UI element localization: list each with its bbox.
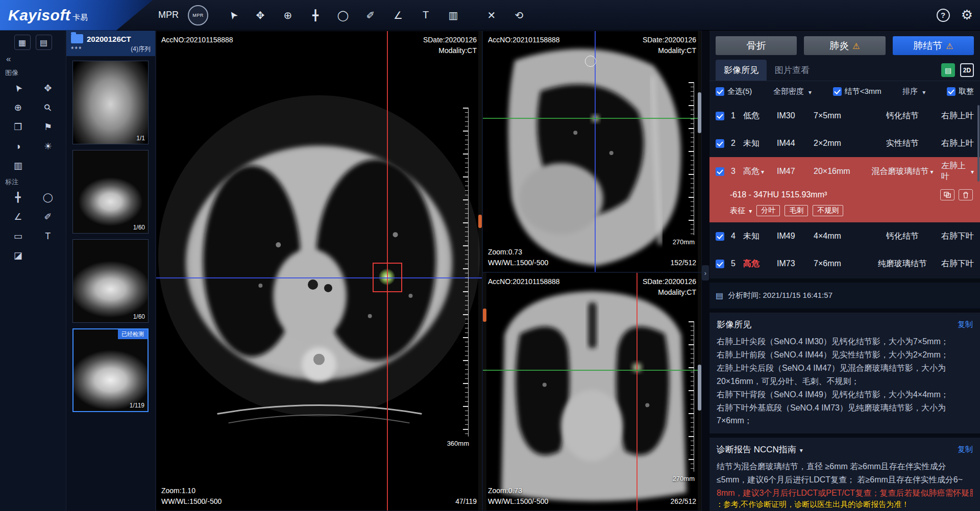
- settings-button[interactable]: ⚙: [961, 7, 973, 23]
- nodule-row-1[interactable]: 1 低危 IM30 7×5mm 钙化结节 右肺上叶: [709, 102, 980, 130]
- window-level-tool-button[interactable]: ▥: [442, 4, 464, 27]
- rect-roi-button[interactable]: ▭: [8, 227, 28, 245]
- small-nodule-checkbox[interactable]: 结节<3mm: [833, 87, 881, 96]
- checkbox-checked-icon[interactable]: [716, 167, 724, 176]
- nodule-row-4[interactable]: 4 未知 IM49 4×4mm 钙化结节 右肺下叶: [709, 222, 980, 250]
- copy-report-button[interactable]: 复制: [958, 445, 973, 454]
- collapse-sidebar-button[interactable]: «: [3, 53, 14, 65]
- copy-view-button[interactable]: ❐: [8, 118, 28, 136]
- compare-view-button[interactable]: [940, 189, 954, 200]
- checkbox-checked-icon[interactable]: [716, 139, 724, 148]
- ruler-length-label: 360mm: [447, 440, 469, 447]
- flag-tool-button[interactable]: ⚑: [38, 118, 58, 136]
- checkbox-checked-icon[interactable]: [716, 112, 724, 120]
- tab-fracture[interactable]: 骨折: [716, 36, 797, 55]
- series-header[interactable]: 20200126CT *** (4)序列: [66, 31, 155, 56]
- scrollbar-handle[interactable]: [483, 309, 486, 322]
- pen-measure-button[interactable]: ✐: [38, 208, 58, 225]
- series-thumbnail[interactable]: 1/60: [72, 150, 149, 234]
- ellipse-roi-button[interactable]: ◯: [38, 189, 58, 206]
- scrollbar-handle[interactable]: [478, 215, 482, 228]
- checkbox-checked-icon[interactable]: [716, 232, 724, 241]
- series-thumbnail[interactable]: 1/1: [72, 61, 149, 144]
- invert-tool-button[interactable]: ◑: [8, 138, 28, 155]
- coronal-slice-scrollbar[interactable]: [483, 273, 486, 510]
- crosshair-tool-button[interactable]: ╋: [304, 4, 327, 27]
- nodule-row-5[interactable]: 5 高危 IM73 7×6mm 纯磨玻璃结节 右肺下叶: [709, 250, 980, 277]
- report-icon-button[interactable]: ▤: [941, 63, 955, 77]
- ruler-tool-button[interactable]: ✐: [359, 4, 382, 27]
- select-all-checkbox[interactable]: 全选(5): [716, 87, 752, 96]
- zoom-in-tool-button[interactable]: ⊕: [277, 4, 299, 27]
- tab-pneumonia[interactable]: 肺炎: [804, 36, 885, 55]
- help-button[interactable]: ?: [937, 9, 950, 22]
- axial-viewport[interactable]: 360mm AccNO:202101158888 SDate:20200126 …: [156, 31, 482, 511]
- report-title-dropdown[interactable]: 诊断报告 NCCN指南: [717, 444, 803, 455]
- scrollbar-handle[interactable]: [698, 92, 701, 133]
- coronal-viewport[interactable]: 270mm AccNO:202101158888 SDate:20200126 …: [482, 272, 702, 511]
- angle-measure-button[interactable]: ∠: [8, 208, 28, 225]
- axial-slice-scrollbar[interactable]: [478, 31, 482, 510]
- nodule-location-dropdown[interactable]: 左肺上叶: [941, 161, 974, 182]
- tab-image-view[interactable]: 图片查看: [767, 60, 818, 81]
- ai-analysis-panel: 骨折 肺炎 肺结节 影像所见 图片查看: [709, 31, 980, 511]
- checkbox-checked-icon[interactable]: [833, 87, 842, 96]
- eraser-button[interactable]: ◪: [8, 247, 28, 264]
- list-scrollbar[interactable]: [977, 105, 979, 182]
- copy-findings-button[interactable]: 复制: [958, 320, 973, 329]
- clear-tool-button[interactable]: ✕: [480, 4, 503, 27]
- text-tool-button[interactable]: T: [414, 4, 437, 27]
- collapse-right-panel-button[interactable]: ›: [702, 265, 709, 280]
- histogram-tool-button[interactable]: ▥: [8, 157, 28, 174]
- tab-findings[interactable]: 影像所见: [716, 60, 767, 81]
- series-thumbnail-selected[interactable]: 已经检测 1/119: [72, 328, 149, 412]
- feature-tag[interactable]: 毛刺: [785, 205, 808, 216]
- nodule-risk-dropdown[interactable]: 高危: [743, 166, 777, 177]
- magnifier-tool-button[interactable]: ⚲: [38, 99, 58, 116]
- marker-cross-button[interactable]: ╋: [8, 189, 28, 206]
- invert-icon: ◑: [15, 141, 21, 152]
- sagittal-viewport[interactable]: 270mm AccNO:202101158888 SDate:20200126 …: [482, 31, 702, 272]
- delete-nodule-button[interactable]: [959, 189, 973, 200]
- density-dropdown[interactable]: 全部密度: [773, 87, 812, 96]
- rectangle-icon: ▭: [14, 231, 22, 242]
- scrollbar-handle[interactable]: [698, 365, 701, 411]
- ellipse-tool-button[interactable]: ◯: [332, 4, 354, 27]
- nodule-type-dropdown[interactable]: 混合磨玻璃结节: [864, 166, 941, 177]
- nodule-roi-box[interactable]: [373, 263, 402, 292]
- crosshair-icon: ╋: [312, 9, 318, 21]
- crosshair-horizontal-line[interactable]: [483, 118, 701, 119]
- nodule-row-3-selected[interactable]: 3 高危 IM47 20×16mm 混合磨玻璃结节 左肺上叶: [709, 157, 980, 222]
- coronal-scrollbar[interactable]: [698, 273, 701, 510]
- feature-tag[interactable]: 分叶: [756, 205, 780, 216]
- checkbox-checked-icon[interactable]: [716, 260, 724, 268]
- checkbox-checked-icon[interactable]: [947, 87, 955, 96]
- sort-dropdown[interactable]: 排序: [902, 87, 925, 96]
- pan-tool-button[interactable]: ✥: [38, 80, 58, 97]
- checkbox-checked-icon[interactable]: [716, 87, 724, 96]
- feature-tag[interactable]: 不规则: [813, 205, 843, 216]
- text-annotation-button[interactable]: T: [38, 227, 58, 245]
- layout-compare-button[interactable]: ▤: [36, 35, 52, 50]
- reset-tool-button[interactable]: ⟲: [508, 4, 530, 27]
- crosshair-horizontal-line[interactable]: [156, 277, 482, 278]
- pan-tool-button[interactable]: ✥: [249, 4, 272, 27]
- view-2d-button[interactable]: 2D: [960, 63, 974, 77]
- round-checkbox[interactable]: 取整: [947, 87, 974, 96]
- angle-tool-button[interactable]: ∠: [387, 4, 409, 27]
- zoom-in-tool-button[interactable]: ⊕: [8, 99, 28, 116]
- tab-lung-nodule[interactable]: 肺结节: [893, 36, 974, 55]
- series-thumbnail[interactable]: 1/60: [72, 239, 149, 323]
- crosshair-vertical-line[interactable]: [595, 31, 596, 272]
- crosshair-vertical-line[interactable]: [636, 273, 638, 510]
- sagittal-scrollbar[interactable]: [698, 31, 701, 272]
- cursor-tool-button[interactable]: ➤: [222, 4, 244, 27]
- feature-dropdown[interactable]: 表征: [730, 206, 752, 216]
- nodule-row-2[interactable]: 2 未知 IM44 2×2mm 实性结节 右肺上叶: [709, 130, 980, 157]
- crosshair-horizontal-line[interactable]: [483, 370, 701, 371]
- layout-grid-button[interactable]: ▦: [14, 35, 31, 50]
- slice-counter: 47/119: [455, 496, 477, 507]
- mpr-dial-button[interactable]: MPR: [188, 5, 208, 25]
- cursor-tool-button[interactable]: ➤: [8, 80, 28, 97]
- brightness-tool-button[interactable]: ☀: [38, 138, 58, 155]
